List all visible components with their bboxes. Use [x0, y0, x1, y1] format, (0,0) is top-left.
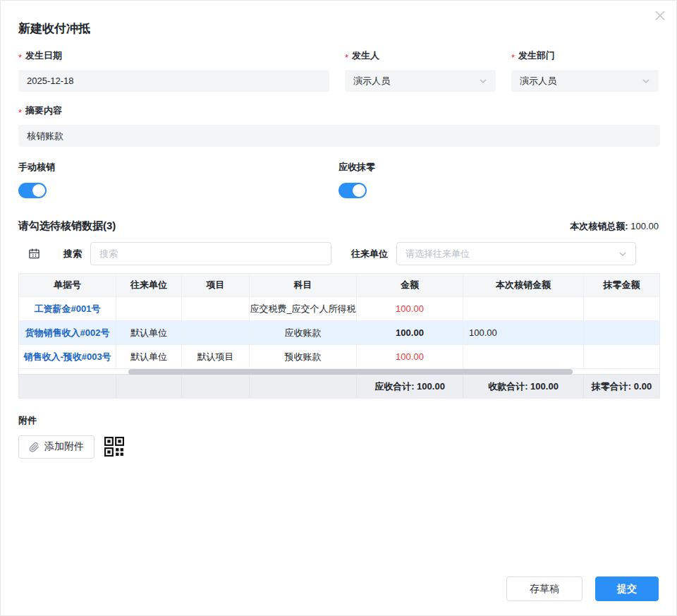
calendar-icon [28, 248, 40, 260]
receivable-total: 应收合计: 100.00 [357, 375, 463, 398]
add-attachment-label: 添加附件 [44, 440, 84, 453]
add-attachment-button[interactable]: 添加附件 [18, 435, 94, 459]
summary-label: * 摘要内容 [18, 104, 660, 117]
table-row[interactable]: 销售收入-预收#003号 默认单位 默认项目 预收账款 100.00 [19, 344, 659, 368]
subject-cell: 应收账款 [250, 321, 357, 344]
manual-writeoff-toggle[interactable] [18, 183, 47, 198]
qr-upload-button[interactable] [102, 434, 127, 459]
writeoff-table: 单据号 往来单位 项目 科目 金额 本次核销金额 抹零金额 工资薪金#001号 … [18, 273, 660, 399]
qr-code-icon [104, 437, 124, 457]
person-select[interactable]: 演示人员 [345, 70, 496, 92]
project-cell: 默认项目 [182, 345, 250, 368]
amount-cell: 100.00 [357, 297, 463, 320]
search-input[interactable] [90, 242, 331, 265]
department-label: * 发生部门 [511, 49, 659, 62]
chevron-down-icon [618, 250, 627, 258]
receivable-rounding-label: 应收抹零 [338, 161, 659, 174]
partner-cell [116, 297, 182, 320]
manual-writeoff-group: 手动核销 [18, 161, 338, 198]
offset-amount-cell[interactable] [463, 297, 584, 320]
partner-select[interactable]: 请选择往来单位 [396, 242, 636, 265]
rounding-cell [584, 345, 659, 368]
doc-number-link[interactable]: 工资薪金#001号 [19, 297, 116, 320]
scrollbar-thumb[interactable] [128, 369, 573, 375]
amount-cell: 100.00 [357, 345, 463, 368]
col-header-partner: 往来单位 [116, 274, 182, 296]
subject-cell: 应交税费_应交个人所得税 [250, 297, 357, 320]
col-header-project: 项目 [182, 274, 250, 296]
search-label: 搜索 [63, 248, 82, 260]
form-row-2: * 摘要内容 核销账款 [18, 104, 659, 147]
footer-empty-cell [182, 375, 250, 398]
doc-number-link[interactable]: 销售收入-预收#003号 [19, 345, 116, 368]
subject-cell: 预收账款 [250, 345, 357, 368]
table-footer-row: 应收合计: 100.00 收款合计: 100.00 抹零合计: 0.00 [19, 374, 659, 398]
offset-total-value: 100.00 [630, 221, 659, 231]
col-header-doc: 单据号 [19, 274, 116, 296]
paperclip-icon [29, 442, 39, 452]
horizontal-scrollbar[interactable] [19, 368, 659, 374]
partner-select-placeholder: 请选择往来单位 [405, 248, 470, 260]
partner-filter-label: 往来单位 [351, 248, 388, 260]
chevron-down-icon [479, 77, 487, 85]
calendar-filter-button[interactable] [24, 244, 44, 264]
col-header-rounding: 抹零金额 [584, 274, 659, 296]
close-icon [654, 9, 666, 22]
offset-amount-cell[interactable]: 100.00 [463, 321, 584, 344]
footer-empty-cell [19, 375, 116, 398]
col-header-offset: 本次核销金额 [463, 274, 584, 296]
date-field-group: * 发生日期 2025-12-18 [18, 49, 329, 92]
rounding-cell [584, 297, 659, 320]
attachments-label: 附件 [18, 414, 659, 427]
table-header-row: 单据号 往来单位 项目 科目 金额 本次核销金额 抹零金额 [19, 274, 659, 296]
rounding-cell [584, 321, 659, 344]
toggle-knob [353, 184, 365, 197]
chevron-down-icon [642, 77, 650, 85]
offset-amount-cell[interactable] [463, 345, 584, 368]
summary-field-group: * 摘要内容 核销账款 [18, 104, 660, 147]
department-select-value: 演示人员 [520, 75, 556, 87]
table-row[interactable]: 工资薪金#001号 应交税费_应交个人所得税 100.00 [19, 296, 659, 320]
required-mark: * [18, 107, 22, 118]
footer-empty-cell [250, 375, 357, 398]
table-row[interactable]: 货物销售收入#002号 默认单位 应收账款 100.00 100.00 [19, 320, 659, 344]
person-field-group: * 发生人 演示人员 [345, 49, 496, 92]
table-toolbar: 搜索 往来单位 请选择往来单位 [18, 242, 659, 265]
rounding-total: 抹零合计: 0.00 [584, 375, 659, 398]
person-label: * 发生人 [345, 49, 496, 62]
form-row-1: * 发生日期 2025-12-18 * 发生人 演示人员 * 发生部门 演示人员 [18, 49, 659, 92]
receivable-rounding-toggle[interactable] [338, 183, 367, 198]
required-mark: * [345, 52, 348, 63]
date-label: * 发生日期 [18, 49, 329, 62]
col-header-subject: 科目 [250, 274, 357, 296]
footer-empty-cell [116, 375, 182, 398]
department-select[interactable]: 演示人员 [511, 70, 659, 92]
project-cell [182, 297, 250, 320]
required-mark: * [511, 52, 515, 63]
toggle-knob [32, 184, 45, 197]
attachments-row: 添加附件 [18, 434, 659, 459]
toggle-row: 手动核销 应收抹零 [18, 161, 659, 198]
partner-cell: 默认单位 [116, 321, 182, 344]
received-total: 收款合计: 100.00 [463, 375, 584, 398]
manual-writeoff-label: 手动核销 [18, 161, 338, 174]
partner-cell: 默认单位 [116, 345, 182, 368]
page-title: 新建收付冲抵 [18, 1, 659, 37]
section-header: 请勾选待核销数据(3) 本次核销总额: 100.00 [18, 219, 659, 233]
summary-input[interactable]: 核销账款 [18, 125, 660, 147]
project-cell [182, 321, 250, 344]
dialog-actions: 存草稿 提交 [506, 576, 659, 601]
receivable-rounding-group: 应收抹零 [338, 161, 659, 198]
offset-total-label: 本次核销总额: [570, 221, 628, 231]
new-offset-dialog: 新建收付冲抵 * 发生日期 2025-12-18 * 发生人 演示人员 * 发生… [0, 0, 677, 616]
doc-number-link[interactable]: 货物销售收入#002号 [19, 321, 116, 344]
save-draft-button[interactable]: 存草稿 [506, 576, 583, 601]
department-field-group: * 发生部门 演示人员 [511, 49, 659, 92]
submit-button[interactable]: 提交 [595, 576, 659, 601]
person-select-value: 演示人员 [353, 75, 390, 87]
col-header-amount: 金额 [357, 274, 463, 296]
close-button[interactable] [651, 6, 669, 25]
date-input[interactable]: 2025-12-18 [18, 70, 329, 92]
amount-cell: 100.00 [357, 321, 463, 344]
section-title: 请勾选待核销数据(3) [18, 219, 116, 233]
